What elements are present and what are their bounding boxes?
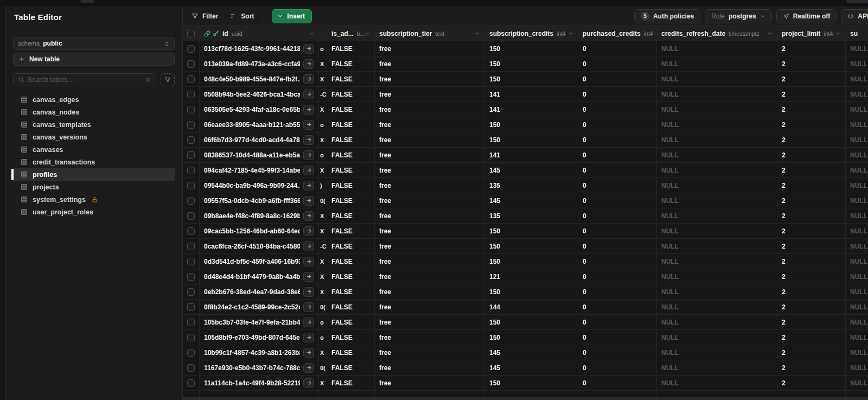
subscription-tier-cell[interactable]: free — [375, 132, 485, 147]
clipped-right-cell[interactable]: NULL — [846, 56, 868, 71]
purchased-credits-cell[interactable]: 0 — [578, 254, 657, 269]
is-admin-cell[interactable]: FALSE — [327, 148, 375, 162]
subscription-tier-cell[interactable]: free — [375, 284, 485, 299]
subscription-credits-cell[interactable]: 150 — [485, 376, 578, 390]
row-checkbox[interactable] — [187, 243, 195, 250]
horizontal-scrollbar-track[interactable] — [183, 397, 868, 400]
column-header-clipped-right[interactable]: su — [846, 26, 868, 41]
clipped-cell[interactable]: X — [319, 284, 327, 299]
auth-policies-button[interactable]: 5 Auth policies — [634, 9, 700, 23]
clipped-cell[interactable]: X — [319, 208, 327, 223]
expand-row-button[interactable] — [303, 150, 314, 160]
subscription-credits-cell[interactable]: 145 — [485, 163, 578, 177]
project-limit-cell[interactable]: 2 — [777, 330, 846, 345]
subscription-tier-cell[interactable]: free — [375, 72, 485, 86]
project-limit-cell[interactable]: 2 — [777, 376, 846, 390]
id-cell[interactable]: 06eaee33-8905-4aaa-b121-ab552... — [200, 117, 319, 132]
is-admin-cell[interactable]: FALSE — [327, 224, 375, 238]
expand-row-button[interactable] — [303, 211, 314, 221]
chevron-down-icon[interactable] — [835, 31, 841, 36]
subscription-credits-cell[interactable]: 144 — [485, 300, 578, 314]
is-admin-cell[interactable]: FALSE — [327, 360, 375, 375]
clipped-cell[interactable]: -C — [319, 87, 327, 101]
expand-row-button[interactable] — [303, 242, 314, 251]
subscription-tier-cell[interactable]: free — [375, 56, 485, 71]
id-cell[interactable]: 06f6b7d3-977d-4cd0-acd4-4a78... — [200, 132, 319, 147]
clipped-right-cell[interactable]: NULL — [846, 300, 868, 314]
clipped-cell[interactable]: X — [319, 269, 327, 284]
row-checkbox[interactable] — [187, 60, 195, 68]
expand-row-button[interactable] — [303, 287, 314, 297]
clipped-right-cell[interactable]: NULL — [846, 117, 868, 132]
api-docs-button[interactable]: API Docs — [841, 9, 868, 23]
row-checkbox[interactable] — [187, 91, 195, 98]
expand-row-button[interactable] — [303, 90, 314, 99]
purchased-credits-cell[interactable]: 0 — [578, 345, 657, 360]
subscription-tier-cell[interactable]: free — [375, 254, 485, 269]
is-admin-cell[interactable]: FALSE — [327, 300, 375, 314]
clipped-right-cell[interactable]: NULL — [846, 330, 868, 345]
project-limit-cell[interactable]: 2 — [777, 254, 846, 269]
is-admin-cell[interactable]: FALSE — [327, 41, 375, 56]
subscription-credits-cell[interactable]: 121 — [485, 269, 578, 284]
id-cell[interactable]: 09b8ae4e-f48c-4f89-8a8c-1629b... — [200, 208, 319, 223]
expand-row-button[interactable] — [303, 105, 314, 115]
project-limit-cell[interactable]: 2 — [777, 87, 846, 101]
select-all-checkbox[interactable] — [187, 30, 195, 37]
row-checkbox[interactable] — [187, 121, 195, 129]
subscription-credits-cell[interactable]: 150 — [485, 56, 578, 71]
clipped-right-cell[interactable]: NULL — [846, 163, 868, 177]
id-cell[interactable]: 09544b0c-ba9b-496a-9b09-244... — [200, 178, 319, 193]
subscription-tier-cell[interactable]: free — [375, 87, 485, 101]
subscription-credits-cell[interactable]: 150 — [485, 284, 578, 299]
id-cell[interactable]: 105bc3b7-03fe-4e7f-9efa-21bb40... — [200, 315, 319, 329]
clipped-cell[interactable]: X — [319, 254, 327, 269]
purchased-credits-cell[interactable]: 0 — [578, 102, 657, 117]
clipped-cell[interactable]: o — [319, 117, 327, 132]
is-admin-cell[interactable]: FALSE — [327, 87, 375, 101]
project-limit-cell[interactable]: 2 — [777, 163, 846, 177]
clipped-cell[interactable]: X — [319, 56, 327, 71]
project-limit-cell[interactable]: 2 — [777, 239, 846, 253]
subscription-credits-cell[interactable]: 150 — [485, 315, 578, 329]
column-header-id[interactable]: id uuid — [200, 26, 319, 41]
project-limit-cell[interactable]: 2 — [777, 117, 846, 132]
clipped-cell[interactable]: X — [319, 72, 327, 86]
id-cell[interactable]: 105d8bf9-e703-49bd-807d-645e... — [200, 330, 319, 345]
purchased-credits-cell[interactable]: 0 — [578, 239, 657, 253]
row-checkbox[interactable] — [187, 151, 195, 159]
subscription-tier-cell[interactable]: free — [375, 269, 485, 284]
project-limit-cell[interactable]: 2 — [777, 56, 846, 71]
credits-refresh-date-cell[interactable]: NULL — [657, 208, 777, 223]
subscription-credits-cell[interactable]: 135 — [485, 208, 578, 223]
subscription-credits-cell[interactable]: 150 — [485, 330, 578, 345]
sidebar-table-item[interactable]: projects — [13, 181, 175, 193]
purchased-credits-cell[interactable]: 0 — [578, 284, 657, 299]
column-header-project-limit[interactable]: project_limit int4 — [777, 26, 846, 41]
is-admin-cell[interactable]: FALSE — [327, 132, 375, 147]
expand-row-button[interactable] — [303, 272, 314, 282]
clipped-cell[interactable]: 0( — [319, 360, 327, 375]
project-limit-cell[interactable]: 2 — [777, 102, 846, 117]
purchased-credits-cell[interactable]: 0 — [578, 148, 657, 162]
clipped-cell[interactable]: o — [319, 41, 327, 56]
credits-refresh-date-cell[interactable]: NULL — [657, 360, 777, 375]
sidebar-table-item[interactable]: profiles — [13, 168, 175, 181]
project-limit-cell[interactable]: 2 — [777, 360, 846, 375]
subscription-credits-cell[interactable]: 150 — [485, 132, 578, 147]
subscription-tier-cell[interactable]: free — [375, 41, 485, 56]
insert-button[interactable]: Insert — [272, 9, 312, 23]
clipped-right-cell[interactable]: NULL — [846, 87, 868, 101]
project-limit-cell[interactable]: 2 — [777, 345, 846, 360]
purchased-credits-cell[interactable]: 0 — [578, 163, 657, 177]
is-admin-cell[interactable]: FALSE — [327, 163, 375, 177]
project-limit-cell[interactable]: 2 — [777, 72, 846, 86]
purchased-credits-cell[interactable]: 0 — [578, 315, 657, 329]
project-limit-cell[interactable]: 2 — [777, 41, 846, 56]
is-admin-cell[interactable]: FALSE — [327, 102, 375, 117]
row-checkbox[interactable] — [187, 45, 195, 53]
subscription-credits-cell[interactable]: 150 — [485, 41, 578, 56]
is-admin-cell[interactable]: FALSE — [327, 56, 375, 71]
id-cell[interactable]: 0f8b24e2-c1c2-4589-99ce-2c52d... — [200, 300, 319, 314]
purchased-credits-cell[interactable]: 0 — [578, 87, 657, 101]
